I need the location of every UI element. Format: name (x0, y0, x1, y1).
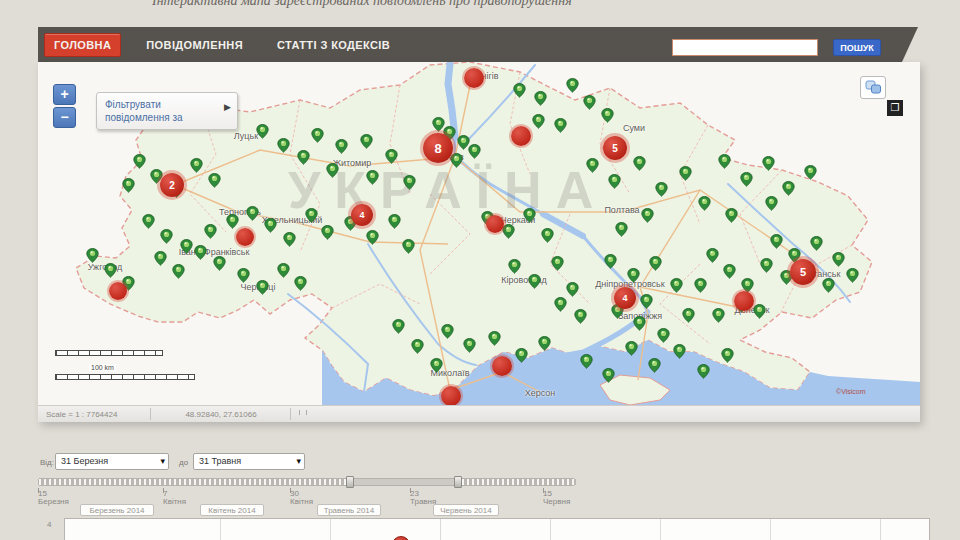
zoom-out-button[interactable]: − (53, 107, 76, 128)
report-pin-icon[interactable] (515, 348, 528, 363)
report-pin-icon[interactable] (528, 274, 541, 289)
report-pin-icon[interactable] (649, 256, 662, 271)
report-pin-icon[interactable] (194, 245, 207, 260)
report-pin-icon[interactable] (679, 166, 692, 181)
report-pin-icon[interactable] (321, 225, 334, 240)
report-pin-icon[interactable] (513, 83, 526, 98)
report-pin-icon[interactable] (554, 118, 567, 133)
report-pin-icon[interactable] (160, 229, 173, 244)
report-pin-icon[interactable] (305, 208, 318, 223)
report-marker[interactable] (236, 228, 254, 246)
report-pin-icon[interactable] (698, 196, 711, 211)
cluster-marker[interactable]: 2 (160, 173, 184, 197)
report-pin-icon[interactable] (468, 144, 481, 159)
report-pin-icon[interactable] (488, 331, 501, 346)
zoom-in-button[interactable]: + (53, 84, 76, 105)
report-pin-icon[interactable] (694, 278, 707, 293)
report-pin-icon[interactable] (277, 263, 290, 278)
report-pin-icon[interactable] (782, 181, 795, 196)
report-pin-icon[interactable] (770, 234, 783, 249)
report-pin-icon[interactable] (311, 128, 324, 143)
timeline-month-box[interactable]: Березень 2014 (80, 504, 154, 516)
report-pin-icon[interactable] (534, 91, 547, 106)
report-pin-icon[interactable] (670, 278, 683, 293)
report-pin-icon[interactable] (721, 348, 734, 363)
report-pin-icon[interactable] (246, 206, 259, 221)
timeline-slider[interactable] (38, 478, 575, 486)
report-pin-icon[interactable] (154, 251, 167, 266)
report-pin-icon[interactable] (602, 368, 615, 383)
report-pin-icon[interactable] (297, 150, 310, 165)
report-pin-icon[interactable] (180, 239, 193, 254)
report-pin-icon[interactable] (627, 268, 640, 283)
report-pin-icon[interactable] (712, 308, 725, 323)
report-marker[interactable] (441, 386, 461, 405)
report-pin-icon[interactable] (213, 256, 226, 271)
report-pin-icon[interactable] (580, 354, 593, 369)
report-pin-icon[interactable] (523, 208, 536, 223)
report-marker[interactable] (734, 291, 754, 311)
report-pin-icon[interactable] (541, 228, 554, 243)
report-marker[interactable] (486, 215, 504, 233)
report-pin-icon[interactable] (392, 319, 405, 334)
report-pin-icon[interactable] (122, 178, 135, 193)
report-pin-icon[interactable] (697, 364, 710, 379)
cluster-marker[interactable]: 4 (614, 287, 636, 309)
map-viewport[interactable]: УКРАЇНА ЧернігівСумиЛуцькЖитомирКиївТерн… (38, 62, 920, 405)
report-pin-icon[interactable] (366, 170, 379, 185)
report-pin-icon[interactable] (706, 248, 719, 263)
report-pin-icon[interactable] (463, 338, 476, 353)
report-pin-icon[interactable] (432, 117, 445, 132)
report-pin-icon[interactable] (450, 153, 463, 168)
date-to-select[interactable]: 31 Травня (193, 453, 305, 470)
fullscreen-button[interactable]: ❐ (887, 100, 903, 116)
report-pin-icon[interactable] (740, 172, 753, 187)
report-pin-icon[interactable] (822, 278, 835, 293)
report-pin-icon[interactable] (256, 124, 269, 139)
report-pin-icon[interactable] (810, 236, 823, 251)
report-pin-icon[interactable] (832, 252, 845, 267)
report-pin-icon[interactable] (804, 165, 817, 180)
search-button[interactable]: ПОШУК (833, 39, 881, 56)
report-pin-icon[interactable] (554, 297, 567, 312)
report-pin-icon[interactable] (388, 214, 401, 229)
timeline-handle[interactable] (346, 476, 354, 488)
report-pin-icon[interactable] (283, 232, 296, 247)
report-pin-icon[interactable] (208, 173, 221, 188)
report-marker[interactable] (511, 126, 531, 146)
report-pin-icon[interactable] (633, 156, 646, 171)
report-pin-icon[interactable] (725, 208, 738, 223)
report-pin-icon[interactable] (335, 139, 348, 154)
report-pin-icon[interactable] (640, 294, 653, 309)
report-pin-icon[interactable] (142, 214, 155, 229)
report-pin-icon[interactable] (633, 316, 646, 331)
report-pin-icon[interactable] (326, 163, 339, 178)
report-pin-icon[interactable] (385, 149, 398, 164)
report-pin-icon[interactable] (615, 222, 628, 237)
timeline-handle[interactable] (454, 476, 462, 488)
report-pin-icon[interactable] (264, 218, 277, 233)
report-pin-icon[interactable] (430, 358, 443, 373)
report-pin-icon[interactable] (133, 154, 146, 169)
report-pin-icon[interactable] (655, 182, 668, 197)
report-pin-icon[interactable] (551, 256, 564, 271)
report-pin-icon[interactable] (682, 308, 695, 323)
report-pin-icon[interactable] (172, 264, 185, 279)
report-pin-icon[interactable] (753, 304, 766, 319)
report-pin-icon[interactable] (574, 309, 587, 324)
report-pin-icon[interactable] (604, 254, 617, 269)
cluster-marker[interactable]: 5 (603, 136, 627, 160)
cluster-marker[interactable]: 5 (790, 259, 816, 285)
report-pin-icon[interactable] (502, 224, 515, 239)
report-pin-icon[interactable] (625, 341, 638, 356)
timeline-month-box[interactable]: Травень 2014 (317, 504, 381, 516)
report-pin-icon[interactable] (566, 282, 579, 297)
report-pin-icon[interactable] (237, 268, 250, 283)
report-pin-icon[interactable] (294, 276, 307, 291)
report-pin-icon[interactable] (641, 208, 654, 223)
timeline-month-box[interactable]: Червень 2014 (433, 504, 499, 516)
report-pin-icon[interactable] (256, 280, 269, 295)
report-pin-icon[interactable] (532, 114, 545, 129)
report-pin-icon[interactable] (190, 158, 203, 173)
report-pin-icon[interactable] (277, 138, 290, 153)
